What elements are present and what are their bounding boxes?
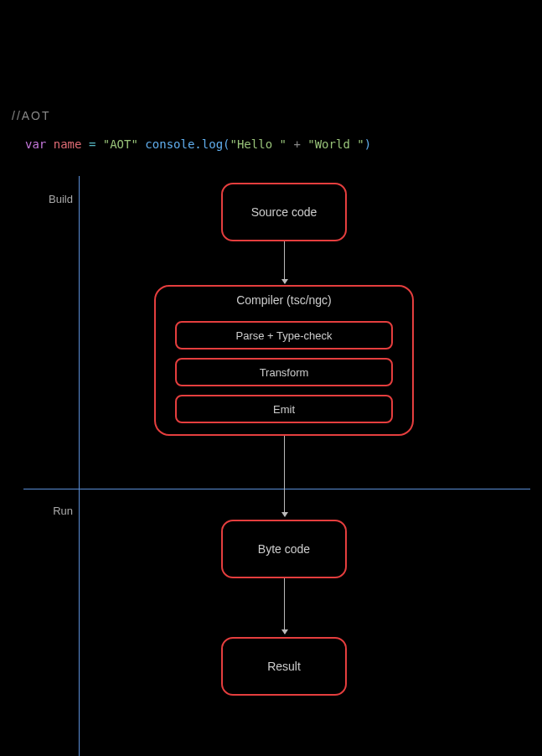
node-source-label: Source code — [251, 205, 317, 219]
node-result-label: Result — [267, 660, 301, 673]
string-lit: "AOT" — [103, 137, 138, 151]
msg1: "Hello " — [230, 137, 286, 151]
stage-label-run: Run — [14, 505, 73, 517]
node-bytecode: Byte code — [221, 520, 347, 578]
node-compiler: Compiler (tsc/ngc) Parse + Type-check Tr… — [154, 285, 414, 436]
call-open: console.log( — [145, 137, 230, 151]
msg2: "World " — [307, 137, 364, 151]
timeline-horizontal — [23, 489, 530, 489]
plus: + — [286, 137, 307, 151]
divider-top — [0, 59, 542, 60]
pass-emit: Emit — [175, 395, 393, 423]
pass-parse: Parse + Type-check — [175, 321, 393, 350]
stage-label-build: Build — [14, 193, 73, 205]
timeline-vertical — [79, 176, 80, 756]
pass-transform: Transform — [175, 358, 393, 386]
keyword: var — [25, 137, 46, 151]
arrow-bytecode-result — [284, 578, 285, 634]
aot-diagram: Build Run Source code Compiler (tsc/ngc)… — [0, 159, 542, 756]
section-comment: //AOT — [0, 96, 542, 122]
arrow-src-compiler — [284, 241, 285, 283]
node-source: Source code — [221, 183, 347, 241]
operator: = — [89, 137, 95, 151]
compiler-title: Compiler (tsc/ngc) — [236, 293, 332, 307]
call-close: ) — [364, 137, 371, 151]
code-snippet: var name = "AOT" console.log("Hello " + … — [0, 122, 542, 151]
identifier: name — [54, 137, 82, 151]
arrow-compiler-bytecode — [284, 436, 285, 516]
node-bytecode-label: Byte code — [258, 542, 310, 556]
node-result: Result — [221, 637, 347, 696]
